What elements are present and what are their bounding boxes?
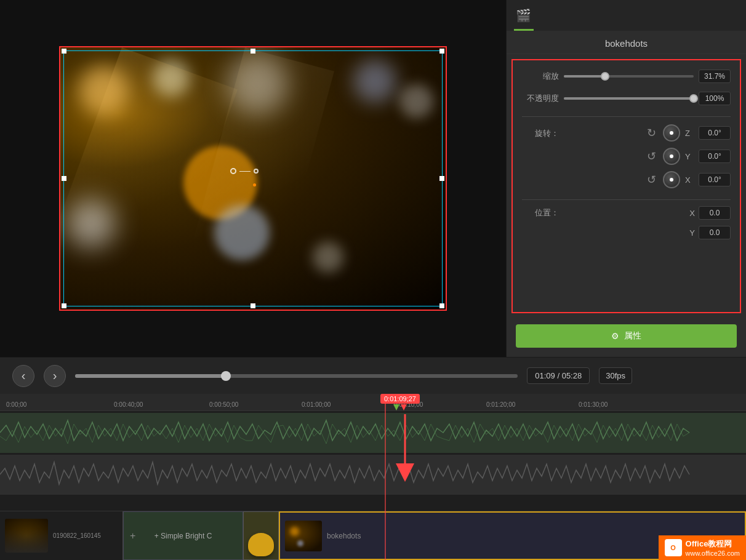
next-button[interactable]: ›	[44, 365, 66, 387]
rotation-y-value[interactable]: 0.0°	[699, 150, 731, 163]
opacity-fill	[564, 97, 694, 100]
bokehdots-thumbnail	[285, 521, 322, 551]
playback-bar: ‹ › 01:09 / 05:28 30fps	[0, 357, 746, 394]
rotation-z-value[interactable]: 0.0°	[699, 126, 731, 140]
watermark-text: Office教程网 www.office26.com	[686, 538, 740, 557]
panel-top-bar: 🎬	[507, 0, 746, 31]
fps-display: 30fps	[599, 367, 632, 384]
film-icon: 🎬	[516, 8, 531, 23]
svg-rect-1	[0, 455, 746, 495]
rotation-x-knob-dot	[670, 178, 673, 182]
rotation-y-knob[interactable]	[663, 148, 680, 165]
audio-track-2	[0, 455, 746, 495]
ruler-mark-120: 0:01:20;00	[486, 401, 515, 408]
scale-thumb[interactable]	[601, 72, 609, 81]
handle-tm[interactable]	[251, 49, 255, 54]
ruler-mark-100: 0:01:00;00	[302, 401, 331, 408]
scale-slider[interactable]	[564, 75, 694, 78]
ruler-mark-0: 0:00;00	[6, 401, 26, 408]
waveform-2	[0, 455, 746, 495]
waveform-mini	[5, 519, 48, 553]
svg-rect-0	[0, 413, 746, 453]
panel-title: bokehdots	[507, 31, 746, 54]
rotation-z-row: ↻ Z 0.0°	[564, 124, 731, 142]
video-frame	[60, 47, 446, 310]
handle-ml[interactable]	[62, 176, 66, 181]
timeline-section: 0:01:09;27 0:00;00 0:00:40;00 0:00:50;00…	[0, 394, 746, 560]
properties-button[interactable]: ⚙ 属性	[516, 324, 737, 348]
watermark-site: www.office26.com	[686, 550, 740, 557]
handle-tl[interactable]	[62, 49, 66, 54]
rotation-z-icon[interactable]: ↻	[644, 126, 658, 140]
scale-row: 缩放 31.7%	[522, 70, 731, 83]
timeline-fill	[75, 374, 226, 378]
helmet-clip[interactable]	[243, 511, 279, 560]
opacity-label: 不透明度	[522, 93, 559, 104]
rotation-controls: ↻ Z 0.0° ↺	[564, 124, 731, 188]
rotation-x-icon[interactable]: ↺	[644, 173, 658, 186]
rotation-x-knob[interactable]	[663, 171, 680, 188]
rotation-x-value[interactable]: 0.0°	[699, 173, 731, 186]
preview-section	[0, 0, 506, 357]
position-y-value[interactable]: 0.0	[699, 226, 731, 239]
rotation-z-knob[interactable]	[663, 124, 680, 142]
rotation-x-axis: X	[685, 175, 694, 185]
waveform-1: // Will be drawn as many small bars via …	[0, 413, 746, 453]
handle-bm[interactable]	[251, 303, 255, 308]
plus-icon: +	[130, 530, 135, 542]
position-x-value[interactable]: 0.0	[699, 206, 731, 220]
handle-bl[interactable]	[62, 303, 66, 308]
right-panel: 🎬 bokehdots 缩放 31.7% 不透明度	[506, 0, 746, 357]
handle-tr[interactable]	[439, 49, 444, 54]
opacity-thumb[interactable]	[689, 94, 698, 103]
rotation-y-icon[interactable]: ↺	[644, 150, 658, 163]
timeline-tracks: // Will be drawn as many small bars via …	[0, 411, 746, 511]
rotation-circle-outer	[230, 168, 236, 174]
ruler-mark-50: 0:00:50;00	[209, 401, 238, 408]
simple-bright-clip[interactable]: + + Simple Bright C	[123, 511, 243, 560]
video-clip-label: 0190822_160145	[53, 532, 101, 539]
center-dot	[253, 183, 256, 186]
video-thumbnail	[5, 519, 48, 553]
opacity-slider[interactable]	[564, 97, 694, 100]
timeline-ruler: 0:00;00 0:00:40;00 0:00:50;00 0:01:00;00…	[0, 394, 746, 411]
ruler-mark-110: 0:01:10;00	[394, 401, 423, 408]
rotation-handle[interactable]	[230, 168, 259, 174]
prev-button[interactable]: ‹	[12, 365, 34, 387]
position-section: 位置： X 0.0 Y 0.0	[522, 206, 731, 246]
properties-box: 缩放 31.7% 不透明度 100%	[511, 59, 741, 313]
mini-bokeh-1	[290, 527, 299, 536]
handle-br[interactable]	[439, 303, 444, 308]
position-x-axis: X	[689, 209, 695, 218]
opacity-value[interactable]: 100%	[699, 92, 731, 105]
preview-canvas	[59, 46, 447, 311]
timeline-progress-bar[interactable]	[75, 374, 518, 378]
clips-row: 0190822_160145 + + Simple Bright C bokeh…	[0, 511, 746, 560]
rotation-y-knob-dot	[670, 154, 673, 158]
divider-1	[522, 116, 731, 117]
audio-track-1: // Will be drawn as many small bars via …	[0, 413, 746, 453]
position-label: 位置：	[522, 207, 559, 218]
scale-fill	[564, 75, 605, 78]
handle-mr[interactable]	[439, 176, 444, 181]
rotation-y-axis: Y	[685, 152, 694, 161]
rotation-label: 旋转：	[522, 124, 559, 139]
timeline-scrubber[interactable]	[221, 371, 231, 381]
opacity-row: 不透明度 100%	[522, 92, 731, 105]
panel-tab-indicator	[514, 29, 534, 31]
bokehdots-clip-label: bokehdots	[327, 532, 361, 540]
simple-bright-label: + Simple Bright C	[154, 532, 212, 540]
properties-btn-label: 属性	[624, 330, 641, 342]
rotation-circle-inner	[254, 169, 259, 174]
rotation-section: 旋转： ↻ Z 0.0° ↺	[522, 124, 731, 188]
video-clip[interactable]: 0190822_160145	[0, 511, 123, 560]
scale-value[interactable]: 31.7%	[699, 70, 731, 83]
rotation-z-axis: Z	[685, 129, 694, 138]
position-x-row: 位置： X 0.0	[522, 206, 731, 220]
rotation-z-knob-dot	[670, 131, 673, 135]
inner-selection	[63, 50, 443, 306]
scale-label: 缩放	[522, 71, 559, 82]
watermark-logo: O	[665, 539, 682, 556]
watermark-brand: Office教程网	[686, 538, 740, 550]
top-area: 🎬 bokehdots 缩放 31.7% 不透明度	[0, 0, 746, 357]
